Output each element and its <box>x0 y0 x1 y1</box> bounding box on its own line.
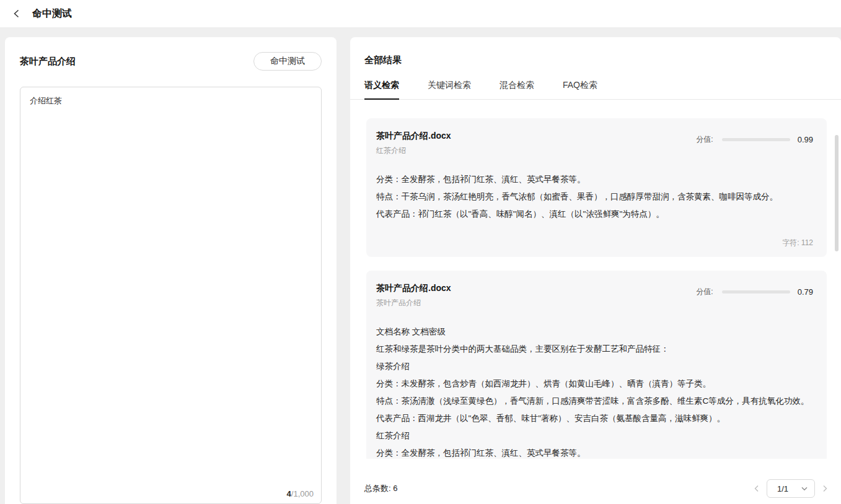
score-label: 分值: <box>696 287 713 297</box>
result-file-name: 茶叶产品介绍.docx <box>376 131 451 142</box>
page-select[interactable]: 1/1 <box>767 479 815 498</box>
page-select-value: 1/1 <box>777 484 788 493</box>
result-line: 代表产品：西湖龙井（以"色翠、香郁、味甘"著称）、安吉白茶（氨基酸含量高，滋味鲜… <box>376 410 813 427</box>
query-input-box: 介绍红茶 4/1,000 <box>20 87 322 504</box>
chevron-down-icon <box>801 485 808 492</box>
score-value: 0.79 <box>798 287 813 297</box>
back-icon[interactable] <box>10 7 24 20</box>
score-value: 0.99 <box>798 135 813 144</box>
result-card: 茶叶产品介绍.docx 茶叶产品介绍 分值: 0.79 文档名称 文档密级 红茶… <box>366 271 827 459</box>
result-content: 文档名称 文档密级 红茶和绿茶是茶叶分类中的两大基础品类，主要区别在于发酵工艺和… <box>376 323 813 459</box>
score-indicator: 分值: 0.79 <box>696 287 813 297</box>
score-indicator: 分值: 0.99 <box>696 134 813 145</box>
result-line: 红茶介绍 <box>376 427 813 445</box>
result-line: 文档名称 文档密级 <box>376 323 813 341</box>
tab-keyword-search[interactable]: 关键词检索 <box>428 80 471 99</box>
result-chunk-title: 茶叶产品介绍 <box>376 298 451 308</box>
top-bar: 命中测试 <box>0 0 841 27</box>
result-line: 分类：全发酵茶，包括祁门红茶、滇红、英式早餐茶等。 <box>376 445 813 459</box>
result-chunk-title: 红茶介绍 <box>376 146 451 156</box>
results-footer: 总条数: 6 1/1 <box>350 473 841 504</box>
results-panel: 全部结果 语义检索 关键词检索 混合检索 FAQ检索 茶叶产品介绍.docx 红… <box>350 37 841 504</box>
query-panel-title: 茶叶产品介绍 <box>20 56 76 67</box>
retrieval-tabs: 语义检索 关键词检索 混合检索 FAQ检索 <box>350 80 841 100</box>
query-panel: 茶叶产品介绍 命中测试 介绍红茶 4/1,000 <box>5 37 337 504</box>
page-title: 命中测试 <box>32 7 72 20</box>
char-count-current: 4 <box>287 489 291 498</box>
result-line: 特点：干茶乌润，茶汤红艳明亮，香气浓郁（如蜜香、果香），口感醇厚带甜润，含茶黄素… <box>376 188 813 206</box>
result-line: 代表产品：祁门红茶（以"香高、味醇"闻名）、滇红（以"浓强鲜爽"为特点）。 <box>376 206 813 223</box>
results-list: 茶叶产品介绍.docx 红茶介绍 分值: 0.99 分类：全发酵茶，包括祁门红茶… <box>350 118 841 459</box>
result-line: 分类：未发酵茶，包含炒青（如西湖龙井）、烘青（如黄山毛峰）、晒青（滇青）等子类。 <box>376 375 813 393</box>
score-bar <box>722 290 790 293</box>
result-line: 绿茶介绍 <box>376 358 813 375</box>
query-input[interactable]: 介绍红茶 <box>20 87 321 477</box>
total-count-label: 总条数: 6 <box>364 483 397 494</box>
prev-page-icon[interactable] <box>753 485 760 492</box>
char-counter: 4/1,000 <box>287 489 314 498</box>
result-line: 红茶和绿茶是茶叶分类中的两大基础品类，主要区别在于发酵工艺和产品特征： <box>376 341 813 358</box>
result-content: 分类：全发酵茶，包括祁门红茶、滇红、英式早餐茶等。 特点：干茶乌润，茶汤红艳明亮… <box>376 171 813 223</box>
result-line: 分类：全发酵茶，包括祁门红茶、滇红、英式早餐茶等。 <box>376 171 813 188</box>
results-scrollbar[interactable] <box>835 135 839 251</box>
tab-faq-search[interactable]: FAQ检索 <box>563 80 597 99</box>
score-bar <box>722 138 790 141</box>
score-label: 分值: <box>696 134 713 145</box>
tab-semantic-search[interactable]: 语义检索 <box>364 80 399 99</box>
main-content: 茶叶产品介绍 命中测试 介绍红茶 4/1,000 全部结果 语义检索 关键词检索… <box>0 27 841 504</box>
results-title: 全部结果 <box>350 52 841 66</box>
hit-test-button[interactable]: 命中测试 <box>253 52 322 71</box>
tab-hybrid-search[interactable]: 混合检索 <box>500 80 534 99</box>
pagination: 1/1 <box>753 479 829 498</box>
char-count-limit: /1,000 <box>291 489 314 498</box>
result-line: 特点：茶汤清澈（浅绿至黄绿色），香气清新，口感清爽带苦涩味，富含茶多酚、维生素C… <box>376 393 813 410</box>
next-page-icon[interactable] <box>821 485 829 492</box>
result-file-name: 茶叶产品介绍.docx <box>376 283 451 294</box>
result-card: 茶叶产品介绍.docx 红茶介绍 分值: 0.99 分类：全发酵茶，包括祁门红茶… <box>366 118 827 257</box>
result-char-count: 字符: 112 <box>376 238 813 248</box>
